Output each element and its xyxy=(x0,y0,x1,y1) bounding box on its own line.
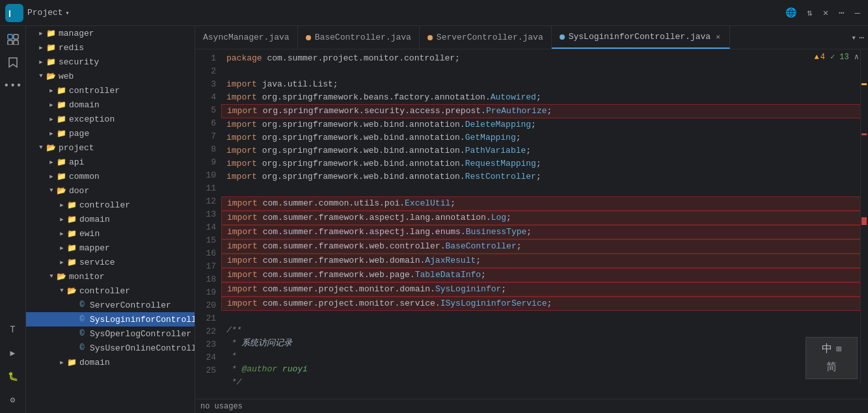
play-icon[interactable]: ▶ xyxy=(3,343,23,364)
tree-item-redis[interactable]: ▶ 📁 redis xyxy=(26,40,195,55)
ime-widget[interactable]: 中 ⊞ 简 xyxy=(806,337,858,379)
tree-label: controller xyxy=(69,86,120,96)
tree-item-page[interactable]: ▶ 📁 page xyxy=(26,126,195,140)
code-content[interactable]: package com.summer.project.monitor.contr… xyxy=(221,49,868,399)
tree-item-controller[interactable]: ▶ 📁 controller xyxy=(26,83,195,98)
tree-item-mapper[interactable]: ▶ 📁 mapper xyxy=(26,241,195,255)
up-down-icon[interactable]: ⇅ xyxy=(804,6,815,20)
keyword-import: import xyxy=(226,131,257,144)
arrow-icon: ▶ xyxy=(36,57,46,66)
code-line-16: import com.summer.framework.web.domain.A… xyxy=(221,254,868,268)
tree-item-controller2[interactable]: ▶ 📁 controller xyxy=(26,198,195,212)
tree-item-domain2[interactable]: ▶ 📁 domain xyxy=(26,212,195,226)
bookmarks-icon[interactable] xyxy=(3,52,23,73)
tree-item-domain[interactable]: ▶ 📁 domain xyxy=(26,98,195,112)
close-icon[interactable]: ✕ xyxy=(821,6,831,20)
tree-item-manager[interactable]: ▶ 📁 manager xyxy=(26,26,195,40)
line-num: 10 xyxy=(200,169,216,182)
tree-item-project[interactable]: ▼ 📂 project xyxy=(26,140,195,155)
tree-item-security[interactable]: ▶ 📁 security xyxy=(26,55,195,69)
tab-label: SysLogininforController.java xyxy=(569,32,711,42)
project-icon[interactable] xyxy=(3,29,23,49)
package-path: org.springframework.web.bind.annotation. xyxy=(262,170,465,183)
svg-text:I: I xyxy=(8,8,11,19)
keyword-import: import xyxy=(227,283,258,296)
line-num: 6 xyxy=(200,117,216,130)
tab-label: ServerController.java xyxy=(437,33,543,42)
class-ref: PathVariable xyxy=(465,144,526,157)
tree-item-monitor[interactable]: ▼ 📂 monitor xyxy=(26,269,195,284)
paint-icon[interactable]: T xyxy=(3,319,23,340)
tab-asyncmanager[interactable]: AsyncManager.java xyxy=(195,26,298,49)
package-path: com.summer.project.monitor.service. xyxy=(263,297,441,310)
minimize-icon[interactable]: — xyxy=(852,7,863,20)
warning-count: ▲ 4 xyxy=(815,53,825,62)
folder-open-icon: 📂 xyxy=(46,142,56,153)
code-line-22: * 系统访问记录 xyxy=(221,337,868,350)
settings-icon[interactable]: ⚙ xyxy=(3,390,23,410)
code-line-17: import com.summer.framework.web.page.Tab… xyxy=(221,268,868,282)
folder-icon: 📁 xyxy=(56,114,66,124)
tree-item-service[interactable]: ▶ 📁 service xyxy=(26,255,195,269)
tab-bar-end: ▾ ⋯ xyxy=(847,33,868,43)
project-selector[interactable]: Project ▾ xyxy=(27,8,70,18)
tree-label: manager xyxy=(59,29,94,38)
tab-syslogininfor[interactable]: SysLogininforController.java ✕ xyxy=(552,26,730,49)
tree-label: door xyxy=(69,186,89,196)
arrow-icon: ▼ xyxy=(36,143,46,152)
tree-item-common[interactable]: ▶ 📁 common xyxy=(26,169,195,183)
java-class-icon: © xyxy=(77,300,87,310)
tree-item-api[interactable]: ▶ 📁 api xyxy=(26,155,195,169)
line-num: 5 xyxy=(200,104,216,117)
tab-servercontroller[interactable]: ServerController.java xyxy=(420,26,552,49)
line-num: 3 xyxy=(200,78,216,91)
package-path: com.summer.framework.web.controller. xyxy=(263,240,446,253)
arrow-icon: ▶ xyxy=(57,200,66,209)
tree-item-ewin[interactable]: ▶ 📁 ewin xyxy=(26,226,195,241)
status-bar: no usages xyxy=(195,399,868,413)
class-ref: SysLogininfor xyxy=(435,283,501,296)
tab-basecontroller[interactable]: BaseController.java xyxy=(298,26,420,49)
class-ref: BusinessType xyxy=(466,226,527,239)
tree-item-sysuseronline[interactable]: ▶ © SysUserOnlineController xyxy=(26,341,195,355)
debug-icon[interactable]: 🐛 xyxy=(3,366,23,387)
top-bar: I Project ▾ 🌐 ⇅ ✕ ⋯ — xyxy=(0,0,868,26)
code-line-19: import com.summer.project.monitor.servic… xyxy=(221,297,868,311)
warn-number: 4 xyxy=(821,53,825,62)
line-numbers: 1 2 3 4 5 6 7 8 9 10 11 12 13 14 15 16 1… xyxy=(195,49,221,399)
code-line-1: package com.summer.project.monitor.contr… xyxy=(221,52,868,65)
globe-icon[interactable]: 🌐 xyxy=(783,6,799,20)
tab-dot-orange xyxy=(427,35,433,40)
chevron-down-icon: ▾ xyxy=(66,9,70,17)
main-layout: ••• T ▶ 🐛 ⚙ ▶ 📁 manager ▶ 📁 redis ▶ 📁 se… xyxy=(0,26,868,413)
menu-icon[interactable]: ⋯ xyxy=(836,6,847,20)
tree-item-door[interactable]: ▼ 📂 door xyxy=(26,183,195,198)
tree-item-domain3[interactable]: ▶ 📁 domain xyxy=(26,355,195,369)
ime-second-row: 简 xyxy=(826,360,837,374)
arrow-icon: ▼ xyxy=(47,186,56,195)
tree-item-exception[interactable]: ▶ 📁 exception xyxy=(26,112,195,126)
class-ref: AjaxResult xyxy=(425,254,476,267)
arrow-icon: ▶ xyxy=(47,157,56,167)
tree-item-syslogininfor[interactable]: ▶ © SysLogininforController xyxy=(26,312,195,326)
line-num: 24 xyxy=(200,351,216,364)
tree-item-controller3[interactable]: ▼ 📂 controller xyxy=(26,284,195,298)
tree-item-servercontroller[interactable]: ▶ © ServerController xyxy=(26,298,195,312)
folder-icon: 📁 xyxy=(56,85,66,96)
tree-item-sysoperlog[interactable]: ▶ © SysOperlogController xyxy=(26,326,195,341)
line-num: 2 xyxy=(200,65,216,78)
tab-more-icon[interactable]: ⋯ xyxy=(859,33,864,43)
tree-item-web[interactable]: ▼ 📂 web xyxy=(26,69,195,83)
more-icon[interactable]: ••• xyxy=(3,75,23,96)
editor-scrollbar[interactable] xyxy=(860,49,868,384)
line-num: 23 xyxy=(200,338,216,351)
tab-dropdown-icon[interactable]: ▾ xyxy=(851,33,856,43)
ime-display: 中 ⊞ xyxy=(822,342,841,356)
tab-close-button[interactable]: ✕ xyxy=(714,32,722,42)
expand-icon[interactable]: ∧ xyxy=(854,52,859,62)
folder-icon: 📁 xyxy=(66,357,77,367)
folder-icon: 📁 xyxy=(56,157,66,167)
toolbar-icons: 🌐 ⇅ ✕ ⋯ — xyxy=(783,6,863,20)
arrow-icon: ▶ xyxy=(47,86,56,95)
package-path: org.springframework.security.access.prep… xyxy=(263,105,486,118)
